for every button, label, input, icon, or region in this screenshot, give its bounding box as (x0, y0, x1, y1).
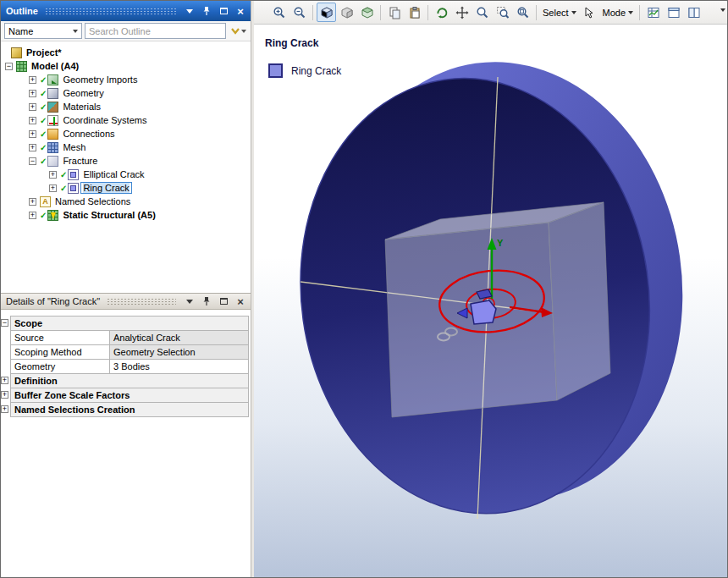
collapse-expander[interactable] (5, 63, 13, 70)
ok-checkmark-icon (40, 142, 47, 152)
expand-expander[interactable] (49, 184, 57, 192)
expand-expander[interactable] (1, 391, 8, 399)
paste-button[interactable] (405, 3, 424, 22)
pin-icon[interactable] (200, 295, 213, 308)
tree-item-label: Model (A4) (30, 61, 80, 71)
tree-item-static-structural[interactable]: Static Structural (A5) (1, 208, 251, 222)
model-viewport[interactable]: Y Ring Crack Ring Crack (254, 25, 728, 578)
look-at-face-button[interactable] (337, 3, 356, 22)
expand-expander[interactable] (29, 130, 36, 138)
expand-expander[interactable] (29, 198, 36, 206)
details-panel: Details of "Ring Crack" Scope Source Ana… (1, 293, 251, 578)
toolbar-separator (639, 5, 640, 20)
select-mode-cursor-button[interactable] (580, 3, 599, 22)
search-input[interactable] (85, 26, 225, 36)
chevron-down-icon (241, 30, 246, 33)
crack-icon (68, 183, 79, 194)
expand-expander[interactable] (29, 212, 36, 219)
materials-icon (47, 102, 58, 113)
tree-item-mesh[interactable]: Mesh (1, 140, 251, 154)
expand-expander[interactable] (29, 103, 36, 111)
row-label: Source (10, 330, 110, 345)
tree-item-label: Coordinate Systems (61, 115, 148, 125)
panel-menu-icon[interactable] (183, 295, 196, 308)
select-label: Select (543, 8, 569, 18)
zoom-fit-button[interactable] (513, 3, 532, 22)
chevron-down-icon (628, 11, 633, 14)
select-dropdown[interactable]: Select (540, 3, 579, 22)
copy-icon (388, 6, 401, 19)
chevron-down-icon (571, 11, 576, 14)
row-value: Geometry Selection (110, 344, 249, 360)
tree-item-rename-box[interactable]: Ring Crack (80, 182, 131, 194)
ok-checkmark-icon (40, 102, 47, 112)
expand-expander[interactable] (29, 144, 36, 151)
details-section-buffer-zone[interactable]: Buffer Zone Scale Factors (10, 388, 249, 403)
mesh-icon (47, 142, 58, 153)
copy-button[interactable] (384, 3, 404, 22)
toolbar-separator (536, 5, 537, 20)
section-header: Scope (10, 316, 249, 331)
row-value[interactable]: 3 Bodies (110, 359, 249, 374)
tree-item-coordinate-systems[interactable]: Coordinate Systems (1, 113, 251, 127)
maximize-icon[interactable] (217, 5, 230, 18)
manage-views-button[interactable] (357, 3, 377, 22)
connections-icon (47, 129, 58, 140)
tree-item-fracture[interactable]: Fracture (1, 154, 251, 168)
zoom-in-button[interactable] (269, 3, 289, 22)
mode-dropdown[interactable]: Mode (600, 3, 637, 22)
tags-window-button[interactable] (684, 3, 703, 22)
close-icon[interactable] (234, 295, 247, 308)
tree-item-geometry[interactable]: Geometry (1, 86, 251, 100)
outline-tree: Project* Model (A4) Geometry Imports Geo… (1, 41, 251, 293)
selection-planes-button[interactable] (643, 3, 663, 22)
outline-search-box (85, 23, 226, 39)
ok-checkmark-icon (40, 74, 47, 85)
expand-expander[interactable] (29, 76, 36, 84)
zoom-button[interactable] (472, 3, 492, 22)
tree-item-named-selections[interactable]: Named Selections (1, 195, 251, 208)
details-section-scope[interactable]: Scope (10, 316, 249, 331)
details-section-named-selections-creation[interactable]: Named Selections Creation (10, 402, 249, 417)
geometry-imports-icon (47, 74, 58, 85)
tree-item-label: Project* (25, 47, 63, 58)
legend-color-swatch (268, 63, 283, 78)
maximize-icon[interactable] (217, 295, 230, 308)
tree-item-ring-crack[interactable]: Ring Crack (1, 181, 251, 195)
tree-item-elliptical-crack[interactable]: Elliptical Crack (1, 168, 251, 181)
expand-expander[interactable] (29, 90, 36, 97)
name-filter-label: Name (8, 26, 33, 36)
collapse-expander[interactable] (1, 319, 8, 327)
tree-item-materials[interactable]: Materials (1, 100, 251, 113)
tree-item-project[interactable]: Project* (1, 46, 251, 59)
tree-item-model[interactable]: Model (A4) (1, 59, 251, 73)
model-canvas[interactable]: Y (254, 25, 728, 578)
ok-checkmark-icon (60, 183, 67, 193)
zoom-out-button[interactable] (290, 3, 309, 22)
expand-expander[interactable] (29, 117, 36, 124)
rotate-button[interactable] (432, 3, 451, 22)
iso-view-button[interactable] (317, 3, 336, 22)
row-label: Scoping Method (10, 344, 110, 360)
box-zoom-button[interactable] (493, 3, 512, 22)
tree-item-geometry-imports[interactable]: Geometry Imports (1, 73, 251, 86)
panel-menu-icon[interactable] (183, 5, 196, 18)
pin-icon[interactable] (200, 5, 213, 18)
toolbar-separator (380, 5, 381, 20)
toolbar-overflow-button[interactable] (720, 12, 725, 22)
tree-item-connections[interactable]: Connections (1, 127, 251, 140)
details-section-definition[interactable]: Definition (10, 373, 249, 388)
expand-expander[interactable] (49, 171, 57, 179)
collapse-expander[interactable] (29, 157, 36, 165)
expand-expander[interactable] (1, 405, 8, 413)
row-label: Geometry (10, 359, 110, 374)
pan-button[interactable] (452, 3, 472, 22)
expand-options-button[interactable] (229, 23, 247, 39)
magnifier-minus-icon (293, 6, 306, 19)
tree-item-label: Geometry Imports (61, 74, 139, 85)
name-filter-dropdown[interactable]: Name (4, 23, 82, 39)
expand-expander[interactable] (1, 377, 8, 384)
close-icon[interactable] (234, 5, 247, 18)
chevron-down-icon (73, 30, 78, 33)
worksheet-button[interactable] (664, 3, 683, 22)
